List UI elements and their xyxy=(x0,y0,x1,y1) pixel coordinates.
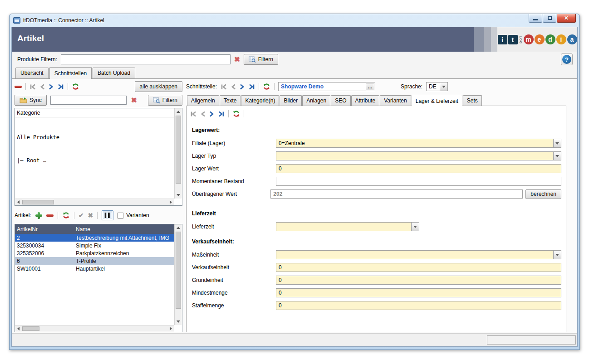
kategorie-filtern-button[interactable]: Filtern xyxy=(148,95,182,106)
refresh-icon[interactable] xyxy=(232,110,240,117)
last-icon[interactable] xyxy=(248,84,255,90)
refresh-icon[interactable] xyxy=(263,83,270,90)
browse-button[interactable]: … xyxy=(366,83,374,90)
table-row[interactable]: 6 T-Profile xyxy=(15,257,182,265)
verkaufseinheit-input[interactable]: 0 xyxy=(276,263,561,272)
remove-category-icon[interactable] xyxy=(15,86,22,88)
uebertragener-wert-input: 202 xyxy=(270,189,523,199)
next-icon[interactable] xyxy=(49,84,54,90)
logo-letter-i: i xyxy=(498,35,507,44)
remove-artikel-icon[interactable] xyxy=(46,214,54,217)
tab-uebersicht[interactable]: Übersicht xyxy=(15,68,49,78)
refresh-artikel-icon[interactable] xyxy=(62,212,70,219)
first-icon[interactable] xyxy=(190,111,197,117)
filiale-select[interactable]: 0=Zentrale xyxy=(276,139,561,148)
tab-bilder[interactable]: Bilder xyxy=(280,95,302,106)
tab-anlagen[interactable]: Anlagen xyxy=(302,95,330,106)
maximize-icon xyxy=(548,16,552,20)
column-name[interactable]: Name xyxy=(75,226,182,233)
sprache-select[interactable]: DE xyxy=(426,82,448,91)
tab-varianten[interactable]: Varianten xyxy=(380,95,411,106)
clear-kategorie-filter-icon[interactable]: ✖ xyxy=(131,96,137,104)
scroll-left-icon[interactable] xyxy=(17,327,20,330)
table-search-icon xyxy=(249,56,256,63)
kategorie-vscrollbar[interactable] xyxy=(174,108,182,199)
tab-kategorien[interactable]: Kategorie(n) xyxy=(241,95,279,106)
kategorie-filter-input[interactable] xyxy=(50,96,127,105)
logo-letter-e: e xyxy=(535,34,545,44)
table-row[interactable]: 325300034 Simple Fix xyxy=(15,242,182,249)
kategorie-item-root[interactable]: |– Root … xyxy=(17,157,182,165)
lager-typ-select[interactable] xyxy=(276,151,561,160)
first-icon[interactable] xyxy=(221,84,227,90)
tab-allgemein[interactable]: Allgemein xyxy=(187,95,219,106)
scroll-down-icon[interactable] xyxy=(177,320,180,323)
last-icon[interactable] xyxy=(57,84,64,90)
staffelmenge-label: Staffelmenge xyxy=(192,302,276,309)
tab-texte[interactable]: Texte xyxy=(220,95,241,106)
right-pane: Schnittstelle: Shopware Demo … Sprache: … xyxy=(186,81,566,332)
kategorie-hscrollbar[interactable] xyxy=(15,199,174,205)
tab-seo[interactable]: SEO xyxy=(331,95,350,106)
help-button[interactable]: ? xyxy=(561,53,573,65)
minimize-button[interactable] xyxy=(529,14,542,23)
clear-filter-icon[interactable]: ✖ xyxy=(234,55,240,63)
tab-lager-lieferzeit[interactable]: Lager & Lieferzeit xyxy=(412,95,462,106)
sync-button[interactable]: Sync xyxy=(15,95,47,106)
schnittstelle-select[interactable]: Shopware Demo … xyxy=(278,82,375,91)
grundeinheit-input[interactable]: 0 xyxy=(276,276,561,285)
next-icon[interactable] xyxy=(240,84,245,90)
tab-schnittstellen[interactable]: Schnittstellen xyxy=(49,67,92,79)
previous-icon[interactable] xyxy=(201,111,206,117)
refresh-icon[interactable] xyxy=(72,83,79,90)
titlebar[interactable]: itDOTmedia :: Connector :: Artikel ✕ xyxy=(10,14,579,27)
produkte-filter-input[interactable] xyxy=(61,54,231,64)
status-panel xyxy=(487,335,576,345)
next-icon[interactable] xyxy=(209,111,214,117)
staffelmenge-input[interactable]: 0 xyxy=(276,301,561,310)
column-artikelnr[interactable]: ArtikelNr xyxy=(15,226,75,233)
previous-icon[interactable] xyxy=(231,84,236,90)
masseinheit-select[interactable] xyxy=(276,250,561,259)
last-icon[interactable] xyxy=(218,111,225,117)
confirm-icon[interactable]: ✔ xyxy=(79,212,84,219)
kategorie-item-alle-produkte[interactable]: Alle Produkte xyxy=(17,134,182,141)
alle-ausklappen-button[interactable]: alle ausklappen xyxy=(135,81,182,92)
artikel-vscrollbar[interactable] xyxy=(174,224,182,325)
lager-form: Lagerwert: Filiale (Lager) 0=Zentrale La… xyxy=(187,120,566,310)
lager-wert-input[interactable]: 0 xyxy=(276,164,561,173)
scroll-right-icon[interactable] xyxy=(170,200,172,204)
berechnen-button[interactable]: berechnen xyxy=(525,189,561,199)
artikel-toolbar: Artikel: ✔ ✖ Varianten xyxy=(15,209,182,222)
add-artikel-icon[interactable] xyxy=(35,212,42,219)
first-icon[interactable] xyxy=(29,84,36,90)
table-row[interactable]: 325352006 Parkplatzkennzeichen xyxy=(15,249,182,257)
table-row[interactable]: 2 Testbeschreibung mit Attachment, IMG xyxy=(15,234,182,242)
scroll-down-icon[interactable] xyxy=(177,194,180,196)
lieferzeit-select[interactable] xyxy=(276,222,419,231)
momentaner-bestand-input[interactable] xyxy=(276,177,561,186)
app-icon xyxy=(13,17,20,24)
barcode-toggle-button[interactable] xyxy=(102,210,113,220)
tab-batch-upload[interactable]: Batch Upload xyxy=(93,68,135,78)
tab-attribute[interactable]: Attribute xyxy=(351,95,380,106)
filtern-button[interactable]: Filtern xyxy=(244,54,278,65)
scroll-up-icon[interactable] xyxy=(177,227,180,229)
window-controls: ✕ xyxy=(528,14,576,23)
close-button[interactable]: ✕ xyxy=(557,14,576,23)
kategorie-list[interactable]: Kategorie Alle Produkte |– Root … xyxy=(15,108,182,206)
varianten-checkbox[interactable] xyxy=(118,213,123,218)
scroll-left-icon[interactable] xyxy=(17,200,20,204)
artikel-hscrollbar[interactable] xyxy=(15,325,174,332)
tab-sets[interactable]: Sets xyxy=(463,95,482,106)
cancel-icon[interactable]: ✖ xyxy=(88,212,93,219)
table-row[interactable]: SW10001 Hauptartikel xyxy=(15,265,182,272)
chevron-down-icon xyxy=(442,86,446,88)
page-title: Artikel xyxy=(17,34,44,44)
mindestmenge-input[interactable]: 0 xyxy=(276,288,561,297)
scroll-right-icon[interactable] xyxy=(170,327,172,330)
maximize-button[interactable] xyxy=(543,14,556,23)
scroll-up-icon[interactable] xyxy=(177,111,180,113)
minimize-icon xyxy=(533,19,538,20)
previous-icon[interactable] xyxy=(40,84,45,90)
